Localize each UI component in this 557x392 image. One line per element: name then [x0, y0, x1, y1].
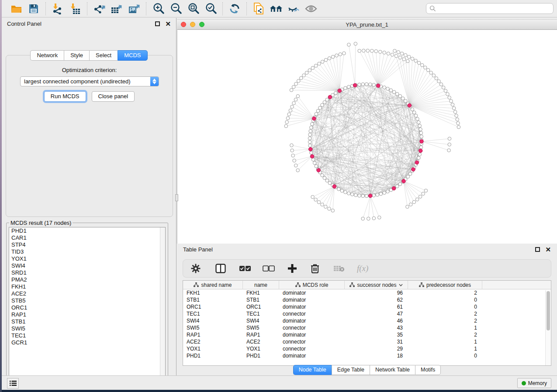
delete-table-icon — [333, 265, 345, 272]
maximize-window-icon[interactable] — [199, 22, 204, 27]
task-history-button[interactable] — [7, 378, 19, 389]
result-item[interactable]: YOX1 — [9, 255, 165, 262]
result-item[interactable]: GCR1 — [9, 339, 165, 346]
table-panel-tabs: Node TableEdge TableNetwork TableMotifs — [177, 365, 557, 375]
result-item[interactable]: SRD1 — [9, 269, 165, 276]
close-panel-button[interactable]: Close panel — [92, 91, 135, 102]
toolbar-separator — [222, 2, 223, 15]
show-all-networks-icon[interactable] — [270, 2, 283, 15]
table-row[interactable]: SWI4SWI4dominator462 — [183, 317, 551, 324]
column-header-successor-nodes[interactable]: successor nodes — [345, 281, 408, 289]
column-header-name[interactable]: name — [243, 281, 279, 289]
hide-selected-icon[interactable] — [287, 2, 300, 15]
toolbar-separator — [246, 2, 247, 15]
cell-pred: 2 — [408, 289, 482, 296]
result-item[interactable]: FKH1 — [9, 283, 165, 290]
add-column-icon[interactable] — [288, 264, 297, 273]
result-item[interactable]: STP4 — [9, 241, 165, 248]
table-row[interactable]: FKH1FKH1dominator962 — [183, 289, 551, 296]
tab-network-table[interactable]: Network Table — [370, 365, 415, 375]
close-window-icon[interactable] — [181, 22, 186, 27]
zoom-in-icon[interactable] — [152, 2, 165, 15]
column-header-MCDS-role[interactable]: MCDS role — [279, 281, 345, 289]
settings-gear-icon[interactable] — [191, 264, 201, 273]
export-network-icon[interactable] — [93, 2, 106, 15]
zoom-selected-icon[interactable] — [204, 2, 217, 15]
select-all-icon[interactable] — [239, 265, 251, 272]
export-table-icon[interactable] — [110, 2, 123, 15]
float-panel-icon[interactable] — [155, 21, 160, 26]
deselect-all-icon[interactable] — [263, 265, 275, 272]
result-item[interactable]: PMA2 — [9, 276, 165, 283]
network-window-title: YPA_prune.txt_1 — [177, 21, 557, 28]
run-mcds-button[interactable]: Run MCDS — [44, 91, 86, 102]
memory-button[interactable]: Memory — [517, 378, 551, 388]
table-row[interactable]: ACE2ACE2connector311 — [183, 338, 551, 345]
table-scrollbar-thumb[interactable] — [547, 291, 550, 330]
refresh-group — [224, 2, 246, 15]
cell-pred: 1 — [408, 338, 482, 345]
table-row[interactable]: SWI5SWI5connector431 — [183, 324, 551, 331]
column-header-shared-name[interactable]: shared name — [183, 281, 243, 289]
search-input[interactable] — [438, 6, 550, 12]
vertical-divider-handle[interactable] — [175, 194, 178, 201]
result-item[interactable]: SWI5 — [9, 325, 165, 332]
table-row[interactable]: STB1STB1dominator620 — [183, 296, 551, 303]
result-item[interactable]: STB5 — [9, 297, 165, 304]
tab-network[interactable]: Network — [30, 50, 64, 61]
show-hidden-icon[interactable] — [304, 2, 318, 15]
search-box[interactable] — [426, 3, 554, 14]
result-item[interactable]: TEC1 — [9, 332, 165, 339]
result-item[interactable]: STB1 — [9, 318, 165, 325]
table-row[interactable]: YOX1YOX1connector291 — [183, 345, 551, 352]
table-scrollbar[interactable] — [545, 290, 550, 365]
node-table[interactable]: shared namenameMCDS rolesuccessor nodesp… — [183, 280, 551, 366]
result-item[interactable]: ACE2 — [9, 290, 165, 297]
export-image-icon[interactable] — [128, 2, 141, 15]
tab-node-table[interactable]: Node Table — [293, 365, 332, 375]
column-layout-icon[interactable] — [215, 264, 226, 273]
tab-select[interactable]: Select — [89, 50, 118, 61]
open-file-icon[interactable] — [10, 2, 23, 15]
table-row[interactable]: TEC1TEC1connector472 — [183, 310, 551, 317]
mcds-result-list[interactable]: PHD1CAR1STP4TID3YOX1SWI4SRD1PMA2FKH1ACE2… — [9, 227, 166, 380]
import-network-icon[interactable] — [51, 2, 64, 15]
tab-mcds[interactable]: MCDS — [118, 50, 147, 61]
column-header-predecessor-nodes[interactable]: predecessor nodes — [408, 281, 482, 289]
result-item[interactable]: RAP1 — [9, 311, 165, 318]
table-row[interactable]: PHD1PHD1dominator180 — [183, 352, 551, 359]
tab-style[interactable]: Style — [64, 50, 89, 61]
mcds-result-group: MCDS result (17 nodes) PHD1CAR1STP4TID3Y… — [6, 220, 168, 382]
mcds-list-scrollbar[interactable] — [160, 227, 165, 379]
result-item[interactable]: CAR1 — [9, 234, 165, 241]
table-row[interactable]: ORC1ORC1dominator610 — [183, 303, 551, 310]
zoom-fit-icon[interactable] — [187, 2, 200, 15]
table-toolbar: f(x) — [183, 259, 551, 278]
result-item[interactable]: PHD1 — [9, 227, 165, 234]
network-view[interactable] — [177, 30, 557, 244]
network-window-titlebar[interactable]: YPA_prune.txt_1 — [177, 19, 557, 30]
result-item[interactable]: TID3 — [9, 248, 165, 255]
close-table-panel-icon[interactable]: ✕ — [545, 247, 551, 252]
float-table-panel-icon[interactable] — [535, 247, 540, 252]
result-item[interactable]: ORC1 — [9, 304, 165, 311]
tab-motifs[interactable]: Motifs — [415, 365, 441, 375]
tab-edge-table[interactable]: Edge Table — [332, 365, 370, 375]
save-session-icon[interactable] — [27, 2, 40, 15]
cell-shared_name: SWI5 — [183, 324, 243, 331]
view-group — [248, 2, 322, 15]
table-column-headers: shared namenameMCDS rolesuccessor nodesp… — [183, 281, 551, 289]
cell-succ: 96 — [345, 289, 408, 296]
zoom-out-icon[interactable] — [169, 2, 182, 15]
clone-network-icon[interactable] — [252, 2, 265, 15]
optimization-criterion-select[interactable]: largest connected component (undirected) — [20, 76, 159, 86]
minimize-window-icon[interactable] — [190, 22, 195, 27]
cell-name: ACE2 — [243, 338, 279, 345]
delete-column-icon[interactable] — [311, 264, 319, 273]
table-row[interactable]: RAP1RAP1dominator352 — [183, 331, 551, 338]
toolbar-separator — [87, 2, 87, 15]
result-item[interactable]: SWI4 — [9, 262, 165, 269]
refresh-icon[interactable] — [228, 2, 241, 15]
close-panel-icon[interactable]: ✕ — [165, 21, 171, 26]
import-table-icon[interactable] — [69, 2, 82, 15]
